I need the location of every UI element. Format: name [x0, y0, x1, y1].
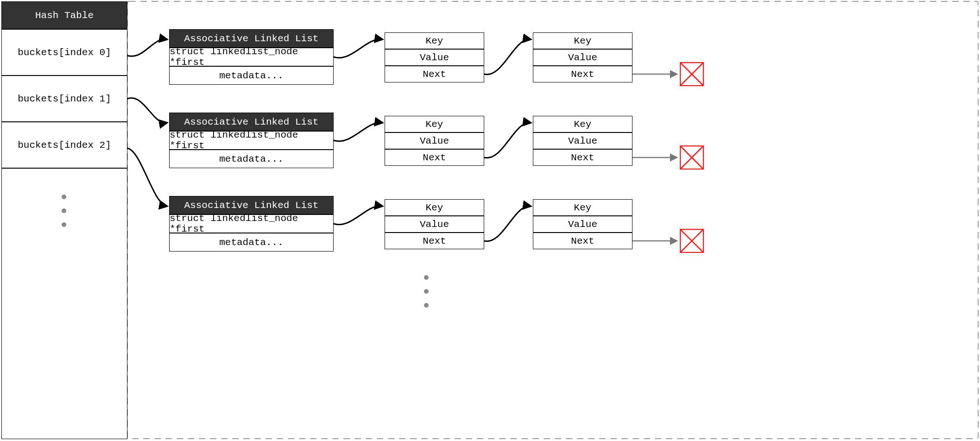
node-1a-key: Key	[385, 116, 484, 132]
assoc-list-first-0: struct linkedlist_node *first	[169, 48, 334, 66]
node-2b-key: Key	[533, 199, 632, 216]
node-0b-value: Value	[533, 49, 632, 66]
assoc-list-first-2: struct linkedlist_node *first	[169, 214, 334, 233]
ellipsis-dot	[62, 208, 66, 213]
arrow-bucket1-list1	[127, 98, 167, 123]
assoc-list-meta-2: metadata...	[169, 233, 334, 252]
assoc-list-header-2: Associative Linked List	[169, 196, 334, 214]
node-0b-key: Key	[533, 32, 632, 49]
ellipsis-dot	[424, 303, 429, 308]
node-1b-key: Key	[533, 116, 632, 132]
node-0a-key: Key	[385, 32, 484, 49]
node-1b-value: Value	[533, 132, 632, 149]
arrow-list1-node1a	[334, 123, 382, 141]
assoc-list-meta-1: metadata...	[169, 150, 334, 168]
assoc-list-header-0: Associative Linked List	[169, 29, 334, 48]
node-0a-value: Value	[385, 49, 484, 66]
hash-table-header: Hash Table	[1, 1, 127, 29]
node-1a-next: Next	[385, 149, 484, 166]
bucket-2: buckets[index 2]	[1, 122, 127, 168]
arrow-bucket0-list0	[127, 39, 167, 57]
arrow-list0-node0a	[334, 39, 382, 58]
assoc-list-first-1: struct linkedlist_node *first	[169, 131, 334, 150]
node-2a-next: Next	[385, 233, 484, 249]
arrow-node1a-node1b	[484, 123, 531, 158]
assoc-list-header-1: Associative Linked List	[169, 113, 334, 131]
arrow-list2-node2a	[334, 206, 382, 225]
ellipsis-dot	[62, 222, 66, 227]
bucket-1: buckets[index 1]	[1, 76, 127, 122]
arrow-node0a-node0b	[484, 39, 531, 75]
assoc-list-meta-0: metadata...	[169, 66, 334, 85]
bucket-0: buckets[index 0]	[1, 29, 127, 76]
node-2a-key: Key	[385, 199, 484, 216]
ellipsis-dot	[424, 289, 429, 294]
node-0a-next: Next	[385, 66, 484, 82]
node-1b-next: Next	[533, 149, 632, 166]
ellipsis-dot	[424, 275, 429, 280]
node-1a-value: Value	[385, 132, 484, 149]
node-2a-value: Value	[385, 216, 484, 233]
null-icon	[680, 229, 704, 253]
ellipsis-dot	[62, 195, 66, 199]
null-icon	[680, 62, 704, 86]
node-0b-next: Next	[533, 66, 632, 82]
node-2b-next: Next	[533, 233, 632, 249]
null-icon	[680, 145, 704, 170]
arrow-bucket2-list2	[127, 148, 167, 206]
arrow-node2a-node2b	[484, 206, 531, 241]
node-2b-value: Value	[533, 216, 632, 233]
